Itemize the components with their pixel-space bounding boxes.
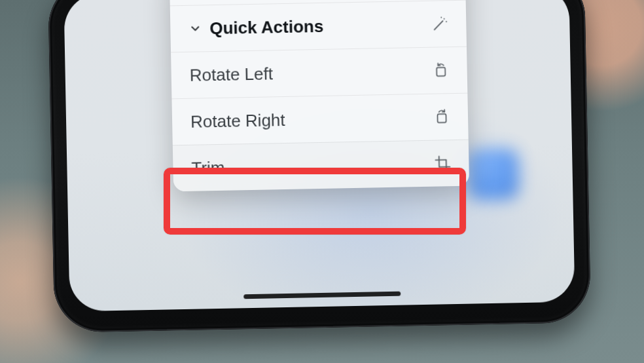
section-title: Quick Actions [209, 14, 429, 38]
menu-item-trim[interactable]: Trim [173, 140, 469, 192]
svg-rect-5 [437, 114, 446, 123]
menu-item-label: Rotate Right [190, 107, 431, 132]
background-app-icon [467, 148, 519, 200]
phone-screen: Tags... Quick Actions [63, 0, 575, 311]
quick-actions-icon [428, 15, 452, 33]
menu-item-rotate-left[interactable]: Rotate Left [171, 47, 467, 99]
quick-actions-popover: Tags... Quick Actions [170, 0, 470, 191]
home-indicator[interactable] [243, 292, 401, 299]
rotate-right-icon [430, 108, 454, 126]
phone-body: Tags... Quick Actions [48, 0, 591, 333]
svg-rect-4 [437, 67, 445, 76]
svg-point-3 [440, 17, 442, 18]
quick-actions-header[interactable]: Quick Actions [170, 0, 467, 52]
menu-item-rotate-right[interactable]: Rotate Right [171, 93, 468, 145]
crop-icon [431, 155, 454, 172]
menu-item-label: Trim [191, 153, 431, 178]
scene: Tags... Quick Actions [0, 0, 644, 363]
svg-point-2 [446, 21, 447, 22]
rotate-left-icon [429, 62, 452, 79]
chevron-down-icon [188, 22, 202, 35]
svg-point-1 [444, 18, 445, 20]
menu-item-label: Rotate Left [189, 60, 429, 85]
